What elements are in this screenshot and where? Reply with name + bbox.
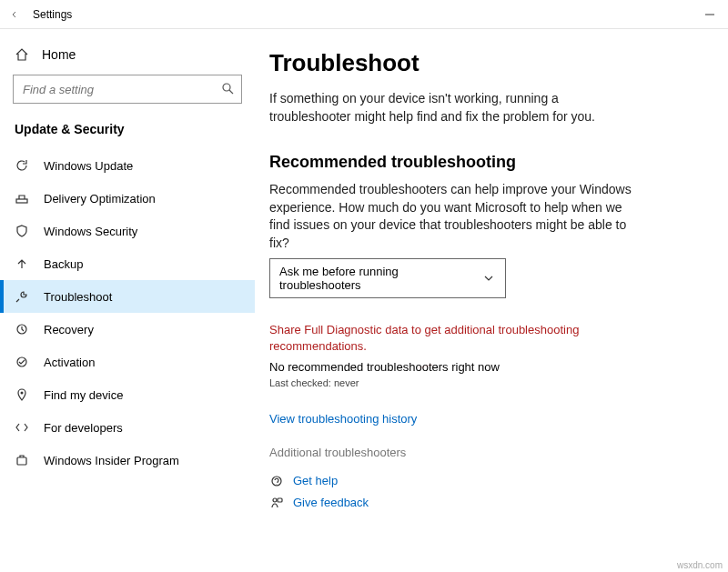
sidebar-item-label: Activation [44, 356, 95, 369]
sidebar-item-label: Delivery Optimization [44, 192, 156, 206]
svg-point-5 [17, 357, 26, 366]
sidebar-item-label: Windows Update [44, 159, 133, 173]
svg-rect-11 [278, 498, 282, 502]
recovery-icon [15, 322, 29, 336]
minimize-icon[interactable] [703, 7, 717, 22]
sidebar-item-label: Windows Insider Program [44, 454, 179, 467]
history-link[interactable]: View troubleshooting history [269, 412, 703, 426]
page-title: Troubleshoot [269, 49, 703, 77]
shield-icon [15, 224, 29, 238]
feedback-icon [269, 496, 284, 510]
recommended-heading: Recommended troubleshooting [269, 153, 703, 172]
recommended-dropdown[interactable]: Ask me before running troubleshooters [269, 258, 506, 298]
search-box[interactable] [13, 75, 242, 104]
sidebar-item-troubleshoot[interactable]: Troubleshoot [0, 280, 255, 313]
give-feedback-link[interactable]: Give feedback [269, 496, 703, 510]
page-intro: If something on your device isn't workin… [269, 90, 633, 125]
sync-icon [15, 158, 29, 173]
last-checked: Last checked: never [269, 377, 703, 388]
location-icon [15, 387, 29, 402]
sidebar-item-label: For developers [44, 421, 123, 435]
back-icon[interactable] [7, 7, 22, 22]
window-controls [703, 7, 721, 22]
sidebar-item-backup[interactable]: Backup [0, 247, 255, 280]
search-input[interactable] [13, 75, 242, 104]
sidebar-item-windows-update[interactable]: Windows Update [0, 149, 255, 182]
backup-icon [15, 256, 29, 271]
sidebar-item-recovery[interactable]: Recovery [0, 313, 255, 346]
sidebar: Home Update & Security Windows Update De… [0, 29, 255, 572]
developers-icon [15, 420, 29, 435]
sidebar-item-for-developers[interactable]: For developers [0, 411, 255, 444]
sidebar-item-activation[interactable]: Activation [0, 346, 255, 378]
chevron-down-icon [481, 271, 496, 286]
sidebar-home[interactable]: Home [0, 40, 255, 69]
sidebar-item-label: Troubleshoot [44, 290, 112, 304]
recommended-desc: Recommended troubleshooters can help imp… [269, 181, 633, 252]
activation-icon [15, 355, 29, 369]
recommended-status: No recommended troubleshooters right now [269, 360, 703, 374]
get-help-label: Get help [293, 474, 338, 487]
diagnostic-warning: Share Full Diagnostic data to get additi… [269, 322, 615, 355]
sidebar-item-label: Windows Security [44, 225, 137, 238]
sidebar-item-windows-security[interactable]: Windows Security [0, 215, 255, 247]
additional-troubleshooters[interactable]: Additional troubleshooters [269, 446, 703, 459]
help-icon [269, 474, 284, 488]
sidebar-home-label: Home [42, 47, 76, 62]
svg-point-9 [276, 484, 277, 485]
sidebar-item-windows-insider[interactable]: Windows Insider Program [0, 444, 255, 477]
insider-icon [15, 453, 29, 467]
dropdown-value: Ask me before running troubleshooters [279, 265, 481, 292]
troubleshoot-icon [15, 289, 29, 304]
search-icon [220, 81, 235, 95]
svg-rect-7 [17, 457, 26, 465]
svg-line-2 [229, 90, 233, 94]
svg-point-6 [21, 392, 24, 395]
window-title: Settings [33, 8, 72, 21]
get-help-link[interactable]: Get help [269, 474, 703, 488]
sidebar-section-title: Update & Security [0, 116, 255, 144]
sidebar-item-label: Recovery [44, 323, 94, 336]
sidebar-nav: Windows Update Delivery Optimization Win… [0, 149, 255, 477]
delivery-icon [15, 191, 29, 206]
svg-point-1 [223, 84, 230, 91]
sidebar-item-label: Backup [44, 257, 83, 271]
content: Troubleshoot If something on your device… [255, 29, 728, 572]
titlebar: Settings [0, 0, 728, 29]
svg-point-10 [273, 498, 277, 502]
svg-rect-3 [16, 199, 27, 203]
home-icon [15, 47, 29, 62]
watermark: wsxdn.com [677, 560, 723, 570]
sidebar-item-find-my-device[interactable]: Find my device [0, 378, 255, 411]
sidebar-item-delivery-optimization[interactable]: Delivery Optimization [0, 182, 255, 215]
sidebar-item-label: Find my device [44, 388, 123, 402]
give-feedback-label: Give feedback [293, 496, 369, 509]
